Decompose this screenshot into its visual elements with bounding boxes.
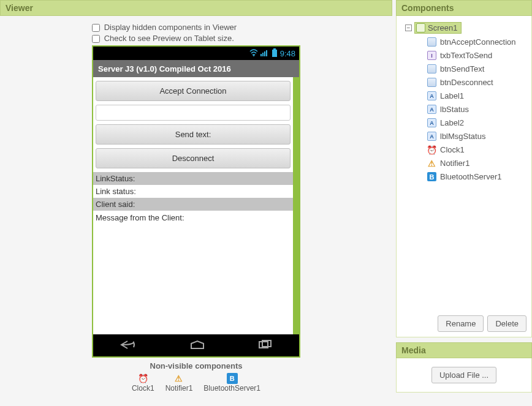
label-msg-status: Message from the Client:	[93, 211, 293, 334]
btn-desconnect[interactable]: Desconnect	[96, 148, 291, 168]
tree-item-screen1[interactable]: Screen1	[414, 22, 462, 34]
nonvisible-notifier1[interactable]: ⚠ Notifier1	[165, 373, 193, 393]
tree-item-label: btnSendText	[440, 64, 484, 73]
wifi-icon	[249, 49, 258, 58]
svg-rect-2	[262, 53, 264, 56]
notif-icon: ⚠	[427, 159, 436, 168]
components-panel-header: Components	[396, 0, 532, 16]
screen-title-bar: Server J3 (v1.0) Compiled Oct 2016	[93, 60, 299, 77]
nv-bt-label: BluetoothServer1	[203, 384, 260, 393]
btn-send-text[interactable]: Send text:	[96, 124, 291, 145]
tree-item-btnsendtext[interactable]: btnSendText	[427, 64, 526, 73]
label-linkstatus-value: Link status:	[93, 185, 293, 198]
tree-item-bluetoothserver1[interactable]: BBluetoothServer1	[427, 172, 526, 181]
tree-item-txbtexttosend[interactable]: ItxbTextToSend	[427, 51, 526, 60]
button-icon	[427, 78, 436, 87]
nonvisible-bluetoothserver1[interactable]: B BluetoothServer1	[203, 373, 260, 393]
tree-item-label2[interactable]: ALabel2	[427, 118, 526, 127]
svg-rect-4	[266, 50, 267, 56]
tree-item-label: Clock1	[440, 145, 465, 154]
upload-file-button[interactable]: Upload File ...	[431, 367, 496, 383]
nonvisible-components-title: Non-visible components	[150, 361, 243, 370]
label-icon: A	[427, 91, 436, 100]
svg-rect-1	[260, 54, 262, 56]
tree-item-label: BluetoothServer1	[440, 172, 501, 181]
battery-icon	[272, 48, 278, 59]
android-nav-bar	[93, 334, 299, 356]
tree-item-label1[interactable]: ALabel1	[427, 91, 526, 100]
txb-text-to-send[interactable]	[96, 105, 291, 121]
signal-icon	[260, 49, 269, 58]
label-icon: A	[427, 105, 436, 114]
label-icon: A	[427, 132, 436, 141]
opt-tablet-preview-label: Check to see Preview on Tablet size.	[104, 34, 234, 43]
screen-icon	[416, 23, 425, 32]
clock-icon: ⏰	[427, 145, 436, 154]
viewer-panel-header: Viewer	[0, 0, 392, 16]
tree-item-lbstatus[interactable]: AlbStatus	[427, 105, 526, 114]
nonvisible-clock1[interactable]: ⏰ Clock1	[132, 373, 154, 393]
phone-preview: 9:48 Server J3 (v1.0) Compiled Oct 2016 …	[92, 45, 300, 358]
status-bar: 9:48	[93, 47, 299, 60]
clock-icon: ⏰	[137, 373, 148, 384]
tree-item-label: Label1	[440, 91, 464, 100]
bluetooth-icon: B	[227, 373, 238, 384]
tree-item-label: btnAcceptConnection	[440, 37, 516, 47]
svg-rect-5	[273, 48, 276, 50]
bt-icon: B	[427, 172, 436, 181]
opt-show-hidden[interactable]: Display hidden components in Viewer	[92, 22, 300, 33]
delete-button[interactable]: Delete	[487, 315, 526, 332]
nav-back-icon	[119, 340, 137, 351]
tree-item-notifier1[interactable]: ⚠Notifier1	[427, 159, 526, 168]
svg-rect-3	[264, 51, 265, 56]
opt-tablet-preview[interactable]: Check to see Preview on Tablet size.	[92, 33, 300, 44]
opt-show-hidden-label: Display hidden components in Viewer	[104, 23, 237, 32]
tree-item-btnacceptconnection[interactable]: btnAcceptConnection	[427, 37, 526, 47]
tree-item-label: Label2	[440, 118, 464, 127]
svg-point-0	[253, 55, 254, 56]
tree-item-clock1[interactable]: ⏰Clock1	[427, 145, 526, 154]
button-icon	[427, 64, 436, 73]
opt-tablet-preview-checkbox[interactable]	[92, 35, 100, 43]
tree-collapse-icon[interactable]: −	[405, 24, 412, 31]
tree-item-label: btnDesconnect	[440, 78, 493, 87]
nav-recent-icon	[257, 340, 273, 351]
tree-item-label: lbStatus	[440, 105, 469, 114]
nav-home-icon	[189, 340, 206, 351]
media-panel-header: Media	[396, 342, 532, 358]
label-icon: A	[427, 118, 436, 127]
rename-button[interactable]: Rename	[438, 315, 484, 332]
tree-item-label: lblMsgStatus	[440, 132, 485, 141]
components-tree: − Screen1 btnAcceptConnectionItxbTextToS…	[401, 22, 526, 312]
tree-root-label: Screen1	[428, 23, 457, 32]
button-icon	[427, 37, 436, 47]
tree-item-lblmsgstatus[interactable]: AlblMsgStatus	[427, 132, 526, 141]
warning-icon: ⚠	[173, 373, 184, 384]
status-clock: 9:48	[280, 49, 295, 58]
tree-item-btndesconnect[interactable]: btnDesconnect	[427, 78, 526, 87]
label-linkstatus-header: LinkStatus:	[93, 172, 293, 185]
textbox-icon: I	[427, 51, 436, 60]
svg-rect-6	[272, 50, 277, 57]
opt-show-hidden-checkbox[interactable]	[92, 24, 100, 32]
tree-item-label: Notifier1	[440, 159, 469, 168]
tree-item-label: txbTextToSend	[440, 51, 492, 60]
nv-notifier-label: Notifier1	[165, 384, 193, 393]
label-client-said-header: Client said:	[93, 198, 293, 211]
nv-clock-label: Clock1	[132, 384, 154, 393]
btn-accept-connection[interactable]: Accept Connection	[96, 81, 291, 101]
